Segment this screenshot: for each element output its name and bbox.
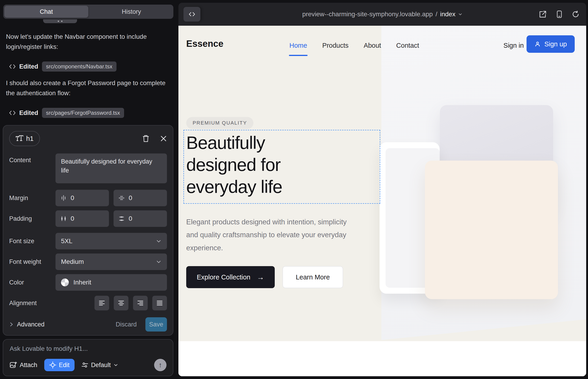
- padding-x-input[interactable]: 0: [56, 210, 109, 227]
- align-right-button[interactable]: [133, 296, 148, 310]
- explore-collection-label: Explore Collection: [197, 273, 250, 281]
- site-logo[interactable]: Essence: [186, 39, 223, 49]
- hero-paragraph: Elegant products designed with intention…: [186, 216, 351, 254]
- composer-placeholder[interactable]: Ask Lovable to modify H1...: [10, 345, 167, 352]
- edited-file-chip[interactable]: src/components/Navbar.tsx: [42, 62, 117, 72]
- align-left-button[interactable]: [94, 296, 109, 310]
- close-icon: [160, 135, 167, 142]
- send-button[interactable]: ↑: [154, 359, 167, 371]
- site-viewport: Essence Home Products About Contact Sign…: [178, 26, 586, 376]
- font-weight-label: Font weight: [9, 258, 56, 266]
- chevron-down-icon: [113, 363, 118, 367]
- chat-message: Now let's update the Navbar component to…: [6, 32, 169, 52]
- decor-card-cream: [425, 161, 558, 299]
- padding-label: Padding: [9, 215, 56, 222]
- hero-heading[interactable]: Beautifully designed for everyday life: [186, 132, 282, 198]
- nav-item-home[interactable]: Home: [289, 42, 307, 49]
- save-button[interactable]: Save: [145, 317, 167, 332]
- align-center-button[interactable]: [114, 296, 128, 310]
- chevron-down-icon: [156, 238, 161, 244]
- selected-element-pill[interactable]: h1: [9, 131, 40, 146]
- arrow-up-icon: ↑: [159, 361, 162, 369]
- mode-select[interactable]: Default: [81, 362, 118, 369]
- attach-button[interactable]: Attach: [10, 361, 37, 369]
- premium-quality-badge: PREMIUM QUALITY: [186, 117, 253, 129]
- font-size-label: Font size: [9, 238, 56, 245]
- align-justify-button[interactable]: [152, 296, 167, 310]
- tab-history[interactable]: History: [90, 5, 173, 19]
- edit-mode-button[interactable]: Edit: [44, 359, 75, 371]
- padding-y-input[interactable]: 0: [113, 210, 167, 227]
- url-bar[interactable]: preview--charming-site-symphony.lovable.…: [178, 3, 586, 26]
- chevron-down-icon: [156, 259, 161, 265]
- align-center-icon: [118, 300, 124, 306]
- content-input[interactable]: Beautifully designed for everyday life: [56, 154, 167, 183]
- learn-more-label: Learn More: [296, 273, 330, 281]
- code-icon: [9, 64, 15, 69]
- align-left-icon: [98, 300, 105, 306]
- close-editor-button[interactable]: [160, 135, 167, 142]
- chat-message: I should also create a Forgot Password p…: [6, 78, 169, 98]
- margin-y-input[interactable]: 0: [113, 190, 167, 206]
- margin-x-input[interactable]: 0: [56, 190, 109, 206]
- target-icon: [49, 362, 56, 368]
- refresh-button[interactable]: [572, 11, 579, 18]
- section-below-hero: [178, 341, 586, 376]
- browser-chrome: preview--charming-site-symphony.lovable.…: [178, 3, 586, 26]
- chat-composer[interactable]: Ask Lovable to modify H1... Attach Edit …: [3, 339, 173, 376]
- refresh-icon: [572, 11, 579, 18]
- element-editor-panel: h1 Content Beautifully designed for ever…: [3, 125, 173, 336]
- nav-item-products[interactable]: Products: [322, 42, 348, 49]
- tab-chat[interactable]: Chat: [4, 6, 88, 18]
- edited-file-row[interactable]: Edited src/components/Navbar.tsx: [9, 62, 117, 72]
- edited-label: Edited: [19, 110, 38, 117]
- code-icon: [9, 110, 15, 116]
- chat-sidebar: Chat History Now let's update the Navbar…: [0, 0, 178, 379]
- preview-window: preview--charming-site-symphony.lovable.…: [178, 3, 586, 376]
- color-select[interactable]: Inherit: [56, 274, 167, 291]
- align-justify-icon: [156, 300, 163, 306]
- sign-up-label: Sign up: [544, 40, 567, 48]
- edited-file-chip[interactable]: src/pages/ForgotPassword.tsx: [42, 108, 124, 118]
- color-value: Inherit: [73, 279, 91, 286]
- nav-item-about[interactable]: About: [364, 42, 381, 49]
- mobile-view-button[interactable]: [556, 10, 563, 18]
- type-icon: [15, 135, 23, 142]
- advanced-toggle[interactable]: Advanced: [9, 321, 45, 328]
- align-right-icon: [137, 300, 144, 306]
- nav-item-contact[interactable]: Contact: [396, 42, 419, 49]
- learn-more-button[interactable]: Learn More: [282, 266, 343, 288]
- nav-link-about[interactable]: About: [364, 42, 381, 49]
- nav-link-products[interactable]: Products: [322, 42, 348, 49]
- delete-element-button[interactable]: [142, 135, 150, 142]
- open-in-new-tab-button[interactable]: [539, 10, 547, 18]
- chevron-down-icon[interactable]: [458, 12, 462, 16]
- margin-y-value: 0: [129, 194, 132, 202]
- edited-label: Edited: [19, 63, 38, 70]
- edited-file-row[interactable]: Edited src/pages/ForgotPassword.tsx: [9, 108, 124, 118]
- app-window: Chat History Now let's update the Navbar…: [0, 0, 588, 379]
- sign-up-button[interactable]: Sign up: [526, 35, 575, 53]
- padding-vertical-icon: [119, 216, 124, 222]
- hero-heading-line: Beautifully: [186, 132, 282, 154]
- font-weight-select[interactable]: Medium: [56, 253, 167, 270]
- nav-link-contact[interactable]: Contact: [396, 42, 419, 49]
- alignment-label: Alignment: [9, 300, 56, 307]
- attach-label: Attach: [20, 362, 37, 369]
- font-size-select[interactable]: 5XL: [56, 233, 167, 249]
- discard-button[interactable]: Discard: [116, 321, 137, 328]
- explore-collection-button[interactable]: Explore Collection →: [186, 266, 275, 288]
- padding-x-value: 0: [71, 215, 74, 222]
- url-page[interactable]: index: [440, 11, 455, 18]
- sliders-icon: [81, 362, 88, 368]
- url-host: preview--charming-site-symphony.lovable.…: [302, 11, 433, 18]
- margin-horizontal-icon: [61, 195, 66, 201]
- margin-label: Margin: [9, 195, 56, 202]
- hero-heading-line: designed for: [186, 154, 282, 176]
- padding-y-value: 0: [129, 215, 132, 222]
- sign-in-button[interactable]: Sign in: [503, 42, 524, 49]
- arrow-right-icon: →: [257, 273, 264, 282]
- user-icon: [534, 41, 541, 47]
- nav-link-home[interactable]: Home: [289, 42, 307, 49]
- margin-x-value: 0: [71, 194, 74, 202]
